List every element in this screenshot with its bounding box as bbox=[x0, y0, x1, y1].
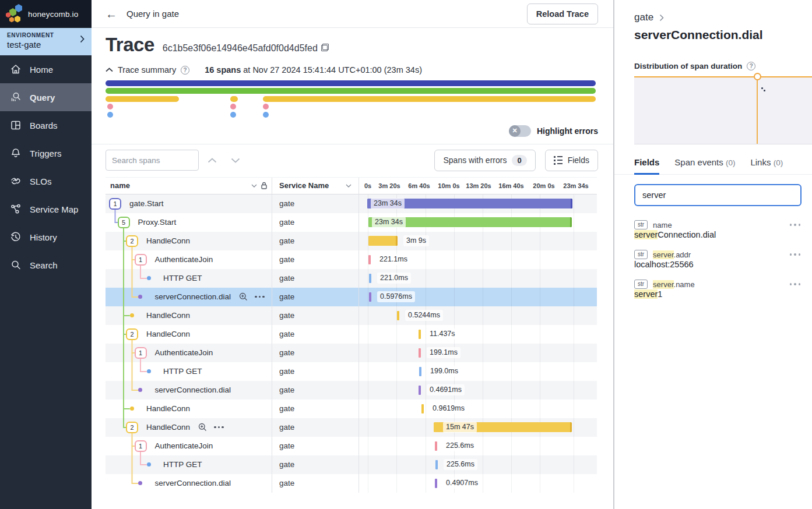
sidebar-item-query[interactable]: Query bbox=[0, 83, 92, 111]
span-row-authenticatejoin[interactable]: 1AuthenticateJoingate199.1ms bbox=[106, 344, 597, 362]
duration-label: 15m 47s bbox=[443, 422, 477, 433]
sidebar-item-slos[interactable]: SLOs bbox=[0, 167, 92, 195]
time-tick-label: 0s bbox=[364, 182, 371, 189]
span-name-cell: HTTP GET bbox=[106, 455, 272, 474]
history-icon bbox=[10, 231, 22, 243]
time-axis-header: 0s3m 20s6m 40s10m 0s13m 20s16m 40s20m 0s… bbox=[359, 178, 597, 194]
waterfall-gridline bbox=[511, 474, 512, 493]
sort-chevron-icon[interactable] bbox=[346, 184, 351, 188]
waterfall-gridline bbox=[426, 455, 426, 474]
span-row-serverconnection-dial[interactable]: serverConnection.dialgate0.5976ms bbox=[106, 288, 597, 306]
waterfall-gridline bbox=[483, 232, 483, 250]
detail-tabs: FieldsSpan events (0)Links (0) bbox=[614, 157, 812, 175]
field-menu-icon[interactable] bbox=[790, 224, 801, 226]
duration-bar bbox=[368, 236, 398, 246]
waterfall-gridline bbox=[574, 232, 574, 250]
prev-match-button[interactable] bbox=[202, 150, 222, 170]
waterfall-gridline bbox=[511, 437, 512, 455]
zoom-to-span-icon[interactable] bbox=[198, 423, 207, 432]
waterfall-gridline bbox=[454, 306, 455, 325]
waterfall-gridline bbox=[426, 269, 426, 288]
waterfall-gridline bbox=[540, 437, 540, 455]
fields-button[interactable]: Fields bbox=[545, 150, 598, 171]
span-row-proxy-start[interactable]: 5Proxy.Startgate23m 34s bbox=[106, 213, 597, 232]
span-row-handleconn[interactable]: HandleConngate0.9619ms bbox=[106, 400, 597, 418]
span-row-handleconn[interactable]: 2HandleConngate15m 47s bbox=[106, 418, 597, 437]
help-icon[interactable]: ? bbox=[747, 62, 755, 70]
zoom-to-span-icon[interactable] bbox=[239, 292, 248, 301]
row-menu-icon[interactable] bbox=[255, 296, 265, 298]
duration-distribution-chart[interactable] bbox=[634, 76, 812, 144]
span-row-handleconn[interactable]: 2HandleConngate11.437s bbox=[106, 325, 597, 344]
sidebar-item-search[interactable]: Search bbox=[0, 251, 92, 279]
waterfall-gridline bbox=[483, 474, 483, 493]
sidebar-item-boards[interactable]: Boards bbox=[0, 111, 92, 139]
name-column-header[interactable]: name bbox=[110, 181, 130, 190]
distribution-marker-handle[interactable] bbox=[754, 73, 761, 80]
sidebar-item-history[interactable]: History bbox=[0, 223, 92, 251]
span-name: HandleConn bbox=[146, 236, 190, 245]
breadcrumb-service[interactable]: gate bbox=[634, 12, 653, 23]
span-row-authenticatejoin[interactable]: 1AuthenticateJoingate225.6ms bbox=[106, 437, 597, 455]
span-row-handleconn[interactable]: 2HandleConngate3m 9s bbox=[106, 232, 597, 250]
collapse-chevron-icon[interactable] bbox=[106, 68, 113, 72]
next-match-button[interactable] bbox=[226, 150, 245, 170]
search-spans-input[interactable] bbox=[106, 150, 199, 171]
span-service-cell: gate bbox=[272, 232, 359, 250]
waterfall-gridline bbox=[574, 269, 574, 288]
field-menu-icon[interactable] bbox=[790, 253, 801, 256]
child-count-badge: 1 bbox=[135, 347, 147, 359]
span-row-serverconnection-dial[interactable]: serverConnection.dialgate0.4691ms bbox=[106, 381, 597, 400]
span-row-http-get[interactable]: HTTP GETgate221.0ms bbox=[106, 269, 597, 288]
sidebar-item-label: Boards bbox=[30, 121, 58, 130]
trace-minimap[interactable] bbox=[106, 80, 596, 118]
help-icon[interactable]: ? bbox=[181, 66, 189, 75]
span-detail-panel: gate serverConnection.dial Distribution … bbox=[613, 0, 812, 509]
span-name-cell: HandleConn bbox=[106, 400, 272, 418]
duration-tick bbox=[397, 311, 399, 320]
time-tick-label: 10m 0s bbox=[438, 182, 459, 189]
minimap-row-1 bbox=[106, 88, 596, 94]
duration-label: 225.6ms bbox=[443, 440, 477, 451]
lock-column-icon[interactable] bbox=[261, 182, 267, 189]
span-service-cell: gate bbox=[272, 362, 359, 381]
highlight-errors-toggle[interactable]: ✕ bbox=[509, 125, 531, 137]
sort-chevron-icon[interactable] bbox=[251, 184, 257, 188]
field-value: serverConnection.dial bbox=[634, 230, 716, 239]
row-menu-icon[interactable] bbox=[214, 426, 224, 429]
back-arrow-icon[interactable]: ← bbox=[106, 8, 117, 20]
waterfall-gridline bbox=[368, 474, 368, 493]
span-row-http-get[interactable]: HTTP GETgate225.6ms bbox=[106, 455, 597, 474]
span-row-http-get[interactable]: HTTP GETgate199.0ms bbox=[106, 362, 597, 381]
field-item: strnameserverConnection.dial bbox=[634, 220, 800, 240]
span-row-authenticatejoin[interactable]: 1AuthenticateJoingate221.1ms bbox=[106, 250, 597, 269]
span-row-handleconn[interactable]: HandleConngate0.5244ms bbox=[106, 306, 597, 325]
service-column-header[interactable]: Service Name bbox=[279, 181, 329, 190]
span-row-serverconnection-dial[interactable]: serverConnection.dialgate0.4907ms bbox=[106, 474, 597, 493]
field-menu-icon[interactable] bbox=[790, 283, 801, 285]
sidebar-item-triggers[interactable]: Triggers bbox=[0, 139, 92, 167]
minimap-dot bbox=[230, 112, 236, 118]
tab-fields[interactable]: Fields bbox=[634, 157, 659, 174]
sidebar-item-home[interactable]: Home bbox=[0, 55, 92, 83]
waterfall-gridline bbox=[426, 418, 426, 437]
sidebar-item-service-map[interactable]: Service Map bbox=[0, 195, 92, 223]
waterfall-gridline bbox=[483, 250, 483, 269]
field-name: name bbox=[653, 221, 672, 229]
logo-text: honeycomb.io bbox=[28, 10, 78, 19]
minimap-bar-segment bbox=[106, 96, 179, 102]
sidebar-nav: HomeQueryBoardsTriggersSLOsService MapHi… bbox=[0, 55, 92, 279]
fields-filter-input[interactable] bbox=[634, 184, 802, 206]
waterfall-gridline bbox=[368, 288, 368, 306]
logo[interactable]: honeycomb.io bbox=[0, 0, 92, 28]
spans-with-errors-button[interactable]: Spans with errors 0 bbox=[434, 150, 535, 171]
span-row-gate-start[interactable]: 1gate.Startgate23m 34s bbox=[106, 195, 597, 213]
reload-trace-button[interactable]: Reload Trace bbox=[527, 3, 598, 24]
copy-icon[interactable] bbox=[321, 44, 329, 51]
tab-links[interactable]: Links (0) bbox=[750, 157, 783, 174]
tab-span-events[interactable]: Span events (0) bbox=[674, 157, 735, 174]
environment-switcher[interactable]: ENVIRONMENT test-gate bbox=[0, 28, 92, 55]
waterfall-gridline bbox=[574, 288, 574, 306]
span-dot bbox=[147, 369, 151, 373]
sidebar-item-label: History bbox=[30, 232, 57, 242]
